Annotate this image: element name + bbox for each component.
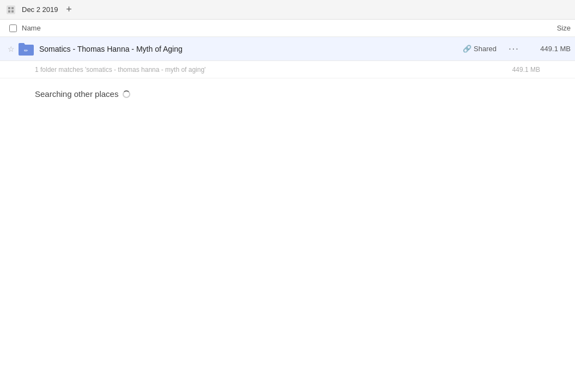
select-all-input[interactable] (9, 24, 17, 32)
svg-rect-0 (7, 5, 15, 14)
svg-rect-4 (11, 10, 14, 13)
top-bar: Dec 2 2019 + (0, 0, 575, 20)
name-column-header: Name (22, 24, 516, 32)
svg-rect-3 (8, 10, 10, 13)
svg-rect-1 (8, 7, 10, 9)
svg-rect-2 (11, 7, 14, 9)
summary-size: 449.1 MB (497, 66, 540, 74)
star-icon[interactable]: ☆ (4, 42, 17, 56)
add-button[interactable]: + (63, 3, 76, 16)
more-actions-button[interactable]: ··· (505, 40, 523, 58)
select-all-checkbox[interactable] (4, 24, 22, 32)
shared-badge: 🔗 Shared (463, 45, 497, 53)
home-button[interactable] (4, 3, 17, 16)
summary-text: 1 folder matches 'somatics - thomas hann… (35, 66, 497, 74)
shared-label: Shared (474, 45, 497, 53)
column-headers: Name Size (0, 20, 575, 37)
folder-icon: ✏ (17, 40, 35, 58)
size-column-header: Size (516, 24, 571, 32)
file-row[interactable]: ☆ ✏ Somatics - Thomas Hanna - Myth of Ag… (0, 37, 575, 61)
searching-section: Searching other places (0, 78, 575, 109)
loading-spinner (123, 90, 130, 98)
breadcrumb-date: Dec 2 2019 (22, 5, 58, 14)
searching-label: Searching other places (35, 89, 118, 99)
svg-text:✏: ✏ (24, 48, 28, 53)
link-icon: 🔗 (463, 45, 471, 53)
file-name: Somatics - Thomas Hanna - Myth of Aging (39, 45, 463, 53)
summary-row: 1 folder matches 'somatics - thomas hann… (0, 61, 575, 78)
file-size: 449.1 MB (527, 45, 571, 53)
